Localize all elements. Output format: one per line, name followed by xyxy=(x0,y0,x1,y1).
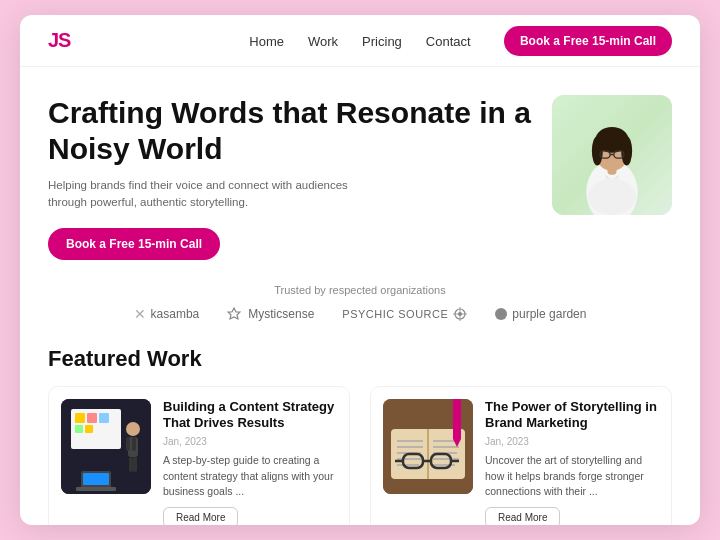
card-1-read-more[interactable]: Read More xyxy=(163,507,238,525)
card-1: Building a Content Strategy That Drives … xyxy=(48,386,350,526)
svg-marker-11 xyxy=(228,308,240,319)
svg-rect-27 xyxy=(129,457,133,472)
featured-section: Featured Work xyxy=(20,334,700,526)
brand-purple-garden: purple garden xyxy=(495,307,586,321)
card-2-date: Jan, 2023 xyxy=(485,436,659,447)
svg-rect-50 xyxy=(453,399,461,439)
card-2-content: The Power of Storytelling in Brand Marke… xyxy=(485,399,659,526)
svg-rect-31 xyxy=(76,487,116,491)
hero-text: Crafting Words that Resonate in a Noisy … xyxy=(48,95,552,260)
hero-title: Crafting Words that Resonate in a Noisy … xyxy=(48,95,532,167)
svg-rect-19 xyxy=(87,413,97,423)
brand-mysticsense: Mysticsense xyxy=(227,307,314,321)
hero-cta-button[interactable]: Book a Free 15-min Call xyxy=(48,228,220,260)
card-2: The Power of Storytelling in Brand Marke… xyxy=(370,386,672,526)
nav-pricing[interactable]: Pricing xyxy=(362,34,402,49)
hero-person-illustration xyxy=(572,105,652,215)
svg-rect-28 xyxy=(133,457,137,472)
hero-image xyxy=(552,95,672,215)
nav-work[interactable]: Work xyxy=(308,34,338,49)
svg-rect-20 xyxy=(99,413,109,423)
mysticsense-icon xyxy=(227,307,241,321)
svg-rect-26 xyxy=(132,437,136,451)
card-1-illustration xyxy=(61,399,151,494)
card-2-title: The Power of Storytelling in Brand Marke… xyxy=(485,399,659,433)
cards-row: Building a Content Strategy That Drives … xyxy=(48,386,672,526)
trusted-section: Trusted by respected organizations ✕ kas… xyxy=(20,276,700,334)
card-2-read-more[interactable]: Read More xyxy=(485,507,560,525)
hero-subtitle: Helping brands find their voice and conn… xyxy=(48,177,378,212)
card-2-illustration xyxy=(383,399,473,494)
svg-rect-21 xyxy=(75,425,83,433)
card-1-image xyxy=(61,399,151,494)
svg-point-4 xyxy=(592,136,603,165)
psychic-icon xyxy=(453,307,467,321)
trusted-label: Trusted by respected organizations xyxy=(20,284,700,296)
nav-links: Home Work Pricing Contact xyxy=(249,32,470,50)
brand-psychic-source: PSYCHIC SOURCE xyxy=(342,307,467,321)
svg-rect-18 xyxy=(75,413,85,423)
card-2-description: Uncover the art of storytelling and how … xyxy=(485,453,659,499)
svg-point-23 xyxy=(126,422,140,436)
featured-title: Featured Work xyxy=(48,346,672,372)
card-2-image xyxy=(383,399,473,494)
nav-cta-button[interactable]: Book a Free 15-min Call xyxy=(504,26,672,56)
card-1-content: Building a Content Strategy That Drives … xyxy=(163,399,337,526)
trusted-logos: ✕ kasamba Mysticsense PSYCHIC SOURCE xyxy=(20,306,700,322)
svg-rect-22 xyxy=(85,425,93,433)
card-1-date: Jan, 2023 xyxy=(163,436,337,447)
nav-home[interactable]: Home xyxy=(249,34,284,49)
svg-point-5 xyxy=(621,136,632,165)
hero-section: Crafting Words that Resonate in a Noisy … xyxy=(20,67,700,276)
svg-rect-25 xyxy=(126,437,130,451)
navbar: JS Home Work Pricing Contact Book a Free… xyxy=(20,15,700,67)
svg-rect-30 xyxy=(83,473,109,485)
card-1-description: A step-by-step guide to creating a conte… xyxy=(163,453,337,499)
svg-point-10 xyxy=(588,178,636,215)
browser-window: JS Home Work Pricing Contact Book a Free… xyxy=(20,15,700,525)
site-logo: JS xyxy=(48,29,70,52)
card-1-title: Building a Content Strategy That Drives … xyxy=(163,399,337,433)
brand-kasamba: ✕ kasamba xyxy=(134,306,200,322)
nav-contact[interactable]: Contact xyxy=(426,34,471,49)
